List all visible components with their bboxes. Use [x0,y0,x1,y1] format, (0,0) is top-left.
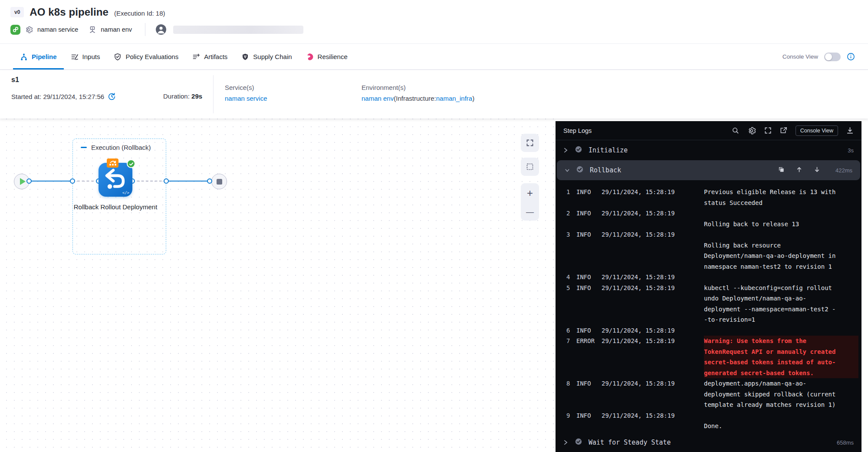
download-logs-icon[interactable] [846,127,854,134]
section-duration: 422ms [835,167,852,174]
expand-fullscreen-icon[interactable] [764,127,772,134]
log-line: namespace naman-test2 to revision 1 [556,261,861,272]
end-node[interactable] [211,174,227,189]
log-line: secret-based tokens instead of auto- [556,357,861,368]
divider [213,75,214,113]
section-duration: 3s [848,147,854,154]
tab-label: Inputs [82,53,100,60]
success-check-icon [127,159,135,168]
resilience-chaos-icon [306,53,314,61]
step-success-icon [576,166,583,175]
zoom-in-button[interactable]: + [527,188,533,198]
console-view-label: Console View [783,53,818,60]
scroll-down-icon[interactable] [814,166,820,175]
header-env-name[interactable]: naman env [101,26,132,33]
tab-label: Resilience [318,53,348,60]
log-message: Rolling back resource [704,240,858,251]
supply-chain-shield-icon [241,53,249,61]
search-icon[interactable] [732,127,739,134]
log-line: 5INFO29/11/2024, 15:28:19kubectl --kubec… [556,283,861,294]
log-message: deployment skipped rollback (current [704,389,858,400]
started-label: Started at: [11,93,41,100]
section-duration: 658ms [837,439,854,446]
tab-policy-evaluations[interactable]: Policy Evaluations [107,44,185,69]
connector-dot [26,178,32,184]
code-glyph: </> [122,191,129,195]
log-line: 7ERROR29/11/2024, 15:28:19Warning: Use t… [556,336,861,346]
connector-dot [164,178,169,184]
service-link[interactable]: naman service [225,95,267,102]
rollback-step-node[interactable]: </> [99,163,132,197]
chevron-down-icon[interactable] [565,168,570,173]
step-success-icon [575,146,582,155]
log-message: Previous eligible Release is 13 with [704,187,858,198]
log-line: Rolling back to release 13 [556,219,861,230]
log-message-error: TokenRequest API or manually created [704,346,858,357]
chevron-right-icon[interactable] [563,147,569,153]
history-icon[interactable] [108,92,116,101]
main-area: Execution (Rollback) [0,119,868,452]
log-message: Deployment/naman-qa-ao-deployment in [704,251,858,261]
execution-group-header[interactable]: Execution (Rollback) [81,144,151,151]
log-message [704,325,858,336]
chevron-right-icon[interactable] [563,439,569,445]
step-success-icon [575,438,582,447]
info-icon[interactable] [847,53,855,61]
version-badge: v0 [10,7,24,17]
log-message: namespace naman-test2 to revision 1 [704,261,858,272]
environment-icon [89,26,96,33]
log-line: template already matches revision 1) [556,399,861,410]
console-view-button[interactable]: Console View [796,125,838,136]
stop-icon [217,179,222,185]
infrastructure-link[interactable]: naman_infra [436,95,472,102]
canvas-select-button[interactable] [521,158,539,176]
open-in-new-icon[interactable] [780,127,787,134]
stage-name: s1 [11,76,19,84]
log-message [704,229,858,240]
infrastructure-prefix: (Infrastructure: [394,95,436,102]
deploy-status-icon [10,25,20,35]
stage-summary-bar: s1 Started at: 29/11/2024, 15:27:56 Dura… [0,70,868,119]
log-line: 1INFO29/11/2024, 15:28:19Previous eligib… [556,187,861,198]
execution-id: (Execution Id: 18) [114,8,165,17]
tab-artifacts[interactable]: Artifacts [185,44,234,69]
started-at: Started at: 29/11/2024, 15:27:56 [11,92,116,101]
log-lines[interactable]: 1INFO29/11/2024, 15:28:19Previous eligib… [556,180,861,433]
inputs-icon [71,53,79,61]
scroll-up-icon[interactable] [796,166,802,175]
avatar [156,24,166,35]
pipeline-execution-page: v0 AO k8s pipeline (Execution Id: 18) na… [0,0,868,452]
tab-label: Artifacts [204,53,227,60]
step-node-label: Rollback Rollout Deployment [69,202,162,212]
log-message [704,410,858,421]
tab-inputs[interactable]: Inputs [64,44,107,69]
environments-label: Environment(s) [362,84,474,91]
copy-logs-icon[interactable] [778,166,785,175]
zoom-out-button[interactable]: — [526,208,534,216]
tab-pipeline[interactable]: Pipeline [13,44,64,69]
environment-link[interactable]: naman env [362,95,394,102]
artifacts-icon [192,53,200,61]
log-settings-gear-icon[interactable] [747,126,756,135]
tab-resilience[interactable]: Resilience [299,44,355,69]
execution-tab-bar: Pipeline Inputs Policy Evaluations [0,43,868,70]
pipeline-canvas[interactable]: Execution (Rollback) [0,119,556,452]
log-message: undo Deployment/naman-qa-ao- [704,293,858,304]
log-line: 8INFO29/11/2024, 15:28:19deployment.apps… [556,378,861,389]
group-label: Execution (Rollback) [91,144,151,151]
log-line: Rolling back resource [556,240,861,251]
edge-end [166,181,210,181]
log-message: template already matches revision 1) [704,399,858,410]
tab-supply-chain[interactable]: Supply Chain [234,44,299,69]
canvas-zoom-control: + — [521,183,539,221]
log-section-rollback[interactable]: Rollback 422ms [557,160,860,180]
console-view-toggle[interactable] [824,53,841,61]
log-line: 6INFO29/11/2024, 15:28:19 [556,325,861,336]
log-section-initialize[interactable]: Initialize 3s [556,140,861,160]
collapse-minus-icon[interactable] [81,147,87,148]
log-message: deployment --namespace=naman-test2 - [704,304,858,315]
log-section-wait-for-steady-state[interactable]: Wait for Steady State 658ms [556,433,861,452]
canvas-fullscreen-button[interactable] [521,134,539,152]
header-service-name[interactable]: naman service [37,26,78,33]
log-message-error: generated secret-based tokens. [704,368,858,379]
